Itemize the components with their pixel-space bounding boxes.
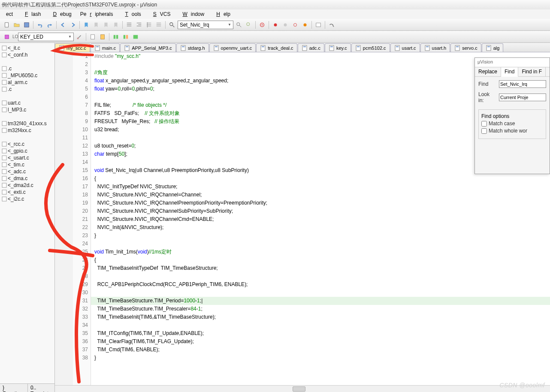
editor-tab[interactable]: APP_Serial_MP3.c xyxy=(120,43,176,52)
tree-item[interactable]: <_tim.c xyxy=(1,161,54,168)
editor-tab[interactable]: pcm5102.c xyxy=(351,43,390,52)
menu-flash[interactable]: Flash xyxy=(18,10,44,18)
tree-item[interactable]: m32f4xx.c xyxy=(1,127,54,134)
svg-point-4 xyxy=(237,22,240,25)
editor-tab[interactable]: usart.c xyxy=(390,43,420,52)
incremental-find-icon[interactable] xyxy=(245,21,253,29)
bookmark-next-icon[interactable] xyxy=(102,21,110,29)
editor-tab[interactable]: key.c xyxy=(325,43,351,52)
tab-find[interactable]: Find xyxy=(501,67,518,77)
undo-icon[interactable] xyxy=(36,21,44,29)
match-word-checkbox[interactable]: Match whole wor xyxy=(481,128,543,134)
find-icon[interactable] xyxy=(168,21,176,29)
tree-item[interactable]: _MPU6050.c xyxy=(1,72,54,79)
title-bar: 例代码\软件\工程训练第二代\Project\STM32F07VE.uvproj… xyxy=(0,0,550,9)
tree-item[interactable]: uart.c xyxy=(1,100,54,106)
tab-functions[interactable]: } Functions xyxy=(0,384,28,392)
uncomment-icon[interactable] xyxy=(154,21,163,29)
tree-item[interactable]: <_exti.c xyxy=(1,189,54,196)
manage-icon-2[interactable] xyxy=(121,33,130,41)
editor-tab[interactable]: usart.h xyxy=(420,43,450,52)
menu-help[interactable]: Help xyxy=(209,10,234,18)
tree-item[interactable]: <_conf.h xyxy=(1,51,54,58)
scrollbar-thumb[interactable] xyxy=(293,386,305,392)
redo-icon[interactable] xyxy=(45,21,54,29)
editor-tab[interactable]: track_deal.c xyxy=(256,43,297,52)
tree-item[interactable]: <_i2c.c xyxy=(1,196,54,202)
tree-item[interactable]: l_MP3.c xyxy=(1,106,54,113)
outdent-icon[interactable] xyxy=(135,21,143,29)
indent-icon[interactable] xyxy=(125,21,133,29)
manage-icon-3[interactable] xyxy=(131,33,140,41)
tree-item[interactable]: <_gpio.c xyxy=(1,148,54,154)
comment-icon[interactable] xyxy=(145,21,153,29)
editor-tab[interactable]: my_scc.c xyxy=(55,43,90,52)
editor-tab[interactable]: servo.c xyxy=(450,43,481,52)
project-tree[interactable]: <_it.c<_conf.h .c_MPU6050.cal_arm.c.c ua… xyxy=(0,43,54,383)
find-in-files-icon[interactable] xyxy=(235,21,243,29)
save-icon[interactable] xyxy=(22,21,31,29)
new-file-icon[interactable] xyxy=(3,21,11,29)
tree-item[interactable]: <_dma2d.c xyxy=(1,182,54,189)
tree-item[interactable]: tm32f40_41xxx.s xyxy=(1,120,54,127)
file-icon xyxy=(2,162,7,167)
file-ext-icon-1[interactable] xyxy=(88,33,97,41)
svg-rect-61 xyxy=(396,46,399,47)
breakpoint-toggle-icon[interactable] xyxy=(281,21,290,29)
breakpoint-kill-icon[interactable] xyxy=(301,21,309,29)
configure-icon[interactable] xyxy=(327,21,336,29)
svg-point-6 xyxy=(247,22,250,25)
menu-svcs[interactable]: SVCS xyxy=(146,10,174,18)
menu-project[interactable]: ect xyxy=(3,10,16,18)
editor-tab[interactable]: openmv_uart.c xyxy=(209,43,256,52)
menu-tools[interactable]: Tools xyxy=(118,10,144,18)
tree-item[interactable]: <_adc.c xyxy=(1,168,54,175)
translate-icon[interactable] xyxy=(3,33,11,41)
bookmark-icon[interactable] xyxy=(82,21,91,29)
tree-item[interactable] xyxy=(1,134,54,141)
find-dialog[interactable]: µVision Replace Find Find in F Find Look… xyxy=(474,57,550,174)
bookmark-prev-icon[interactable] xyxy=(92,21,100,29)
prev-bookmark-icon[interactable] xyxy=(59,21,67,29)
menu-window[interactable]: Window xyxy=(176,10,208,18)
file-ext-icon-2[interactable] xyxy=(98,33,107,41)
bookmark-clear-icon[interactable] xyxy=(112,21,120,29)
tree-item[interactable]: <_rcc.c xyxy=(1,141,54,148)
open-file-icon[interactable] xyxy=(12,21,21,29)
find-input[interactable] xyxy=(499,80,546,88)
window-icon[interactable] xyxy=(314,21,323,29)
debug-icon[interactable] xyxy=(258,21,266,29)
svg-rect-23 xyxy=(2,46,6,50)
target-combo[interactable]: KEY_LED ▼ xyxy=(18,33,74,41)
file-icon xyxy=(2,142,7,147)
svg-rect-50 xyxy=(214,45,218,51)
horizontal-scrollbar[interactable] xyxy=(55,385,550,392)
editor-tab[interactable]: main.c xyxy=(91,43,120,52)
next-bookmark-icon[interactable] xyxy=(69,21,77,29)
breakpoint-icon[interactable] xyxy=(271,21,280,29)
tree-item[interactable] xyxy=(1,93,54,100)
tree-item[interactable]: .c xyxy=(1,65,54,72)
svg-rect-56 xyxy=(329,45,334,51)
lookin-input[interactable] xyxy=(499,93,546,101)
find-combo[interactable]: Set_Nvic_Irq ▼ xyxy=(178,21,233,29)
breakpoint-disable-icon[interactable] xyxy=(291,21,299,29)
editor-tab[interactable]: adc.c xyxy=(298,43,324,52)
menu-debug[interactable]: Debug xyxy=(46,10,75,18)
tree-item[interactable]: al_arm.c xyxy=(1,79,54,86)
menu-peripherals[interactable]: Peripherals xyxy=(77,10,117,18)
editor-tab[interactable]: stdarg.h xyxy=(176,43,209,52)
tree-item[interactable]: <_it.c xyxy=(1,45,54,51)
match-case-checkbox[interactable]: Match case xyxy=(481,121,543,127)
editor-tab[interactable]: alg xyxy=(482,43,504,52)
tab-templates[interactable]: 0.. Templates xyxy=(28,384,55,392)
tab-replace[interactable]: Replace xyxy=(475,67,501,76)
tree-item[interactable] xyxy=(1,113,54,120)
tree-item[interactable]: <_dma.c xyxy=(1,175,54,182)
manage-icon-1[interactable] xyxy=(112,33,120,41)
tree-item[interactable] xyxy=(1,58,54,65)
tree-item[interactable]: <_usart.c xyxy=(1,154,54,161)
tree-item[interactable]: .c xyxy=(1,86,54,93)
options-icon[interactable] xyxy=(75,33,84,41)
tab-find-in-files[interactable]: Find in F xyxy=(518,67,546,76)
